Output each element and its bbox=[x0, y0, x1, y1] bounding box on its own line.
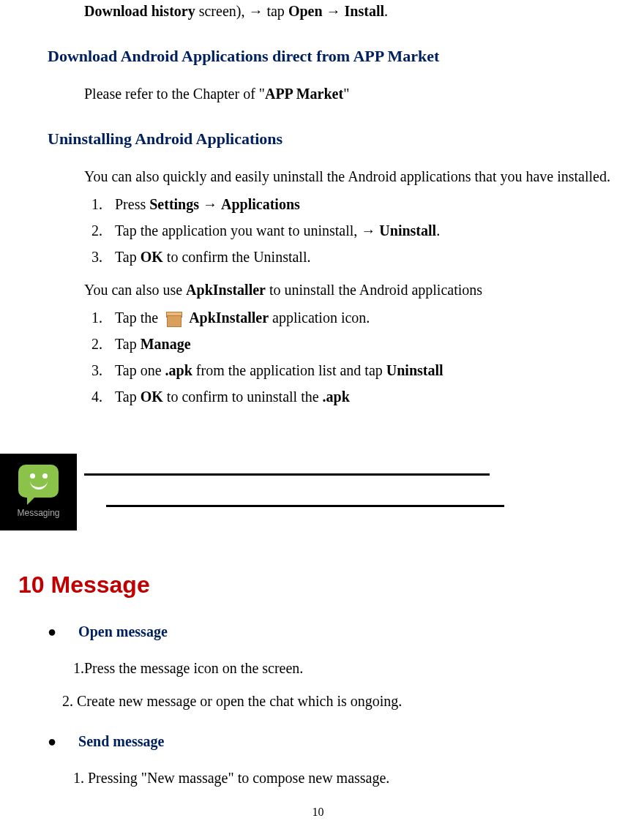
divider-2 bbox=[106, 505, 504, 507]
apk-step-2: 2. Tap Manage bbox=[91, 333, 621, 355]
uninstall-step-2: 2. Tap the application you want to unins… bbox=[91, 220, 621, 241]
open-message-step-2: 2. Create new message or open the chat w… bbox=[62, 690, 621, 712]
bold-download-history: Download history bbox=[84, 3, 195, 19]
uninstall-step-3: 3. Tap OK to confirm the Uninstall. bbox=[91, 246, 621, 268]
fragment-line: Download history screen), → tap Open → I… bbox=[84, 0, 621, 22]
page-number: 10 bbox=[15, 803, 621, 821]
divider-1 bbox=[84, 473, 490, 476]
uninstall-step-1: 1. Press Settings → Applications bbox=[91, 193, 621, 215]
subheading-open-message: Open message bbox=[48, 620, 621, 642]
subheading-send-message: Send message bbox=[48, 730, 621, 752]
heading-download-app-market: Download Android Applications direct fro… bbox=[48, 44, 621, 68]
open-message-step-1: 1.Press the message icon on the screen. bbox=[73, 657, 621, 679]
apk-step-1: 1. Tap the ApkInstaller application icon… bbox=[91, 307, 621, 329]
app-market-body: Please refer to the Chapter of "APP Mark… bbox=[84, 83, 621, 105]
apk-step-3: 3. Tap one .apk from the application lis… bbox=[91, 359, 621, 381]
apk-step-4: 4. Tap OK to confirm to uninstall the .a… bbox=[91, 386, 621, 408]
apkinstaller-intro: You can also use ApkInstaller to uninsta… bbox=[84, 279, 621, 301]
uninstall-intro: You can also quickly and easily uninstal… bbox=[84, 165, 621, 187]
chapter-heading-message: 10 Message bbox=[18, 567, 621, 602]
heading-uninstalling: Uninstalling Android Applications bbox=[48, 127, 621, 151]
messaging-icon-label: Messaging bbox=[17, 506, 59, 520]
apkinstaller-icon bbox=[164, 310, 183, 329]
send-message-step-1: 1. Pressing "New massage" to compose new… bbox=[73, 767, 621, 789]
messaging-app-icon: Messaging bbox=[0, 454, 77, 530]
